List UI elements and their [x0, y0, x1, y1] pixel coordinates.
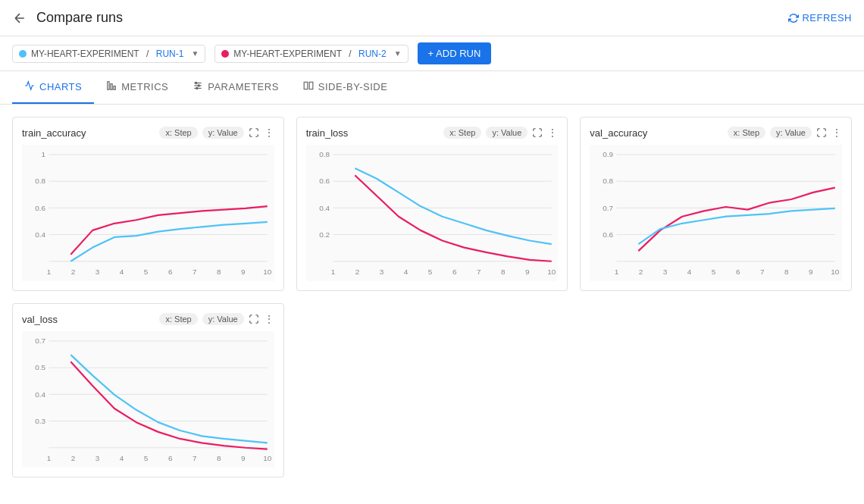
- chart-svg-train_accuracy: 1 0.8 0.6 0.4 12345678910: [22, 145, 274, 281]
- svg-text:0.8: 0.8: [319, 150, 330, 158]
- fullscreen-button-val_loss[interactable]: [249, 314, 259, 324]
- svg-text:6: 6: [452, 268, 457, 277]
- svg-point-6: [196, 82, 197, 83]
- chart-controls-val_loss: x: Step y: Value ⋮: [159, 313, 274, 325]
- svg-text:4: 4: [687, 268, 692, 277]
- run1-name: RUN-1: [156, 49, 184, 59]
- svg-text:1: 1: [615, 268, 619, 277]
- chart-header-val_loss: val_loss x: Step y: Value ⋮: [22, 313, 274, 325]
- chart-controls-val_accuracy: x: Step y: Value ⋮: [728, 127, 842, 139]
- run1-separator: /: [144, 49, 152, 59]
- svg-text:0.6: 0.6: [603, 230, 614, 239]
- svg-rect-0: [108, 82, 109, 90]
- svg-text:2: 2: [71, 268, 76, 277]
- metrics-tab-icon: [106, 80, 117, 93]
- run1-dropdown-arrow: ▼: [191, 49, 199, 58]
- refresh-label: REFRESH: [802, 12, 852, 23]
- svg-text:8: 8: [501, 268, 506, 277]
- chart-header-val_accuracy: val_accuracy x: Step y: Value ⋮: [590, 127, 842, 139]
- chart-card-train_accuracy: train_accuracy x: Step y: Value ⋮: [12, 117, 284, 291]
- tab-charts[interactable]: CHARTS: [12, 71, 94, 104]
- svg-text:6: 6: [168, 455, 173, 463]
- svg-text:0.4: 0.4: [35, 390, 45, 399]
- svg-text:7: 7: [193, 455, 197, 463]
- svg-text:5: 5: [712, 268, 716, 277]
- svg-text:7: 7: [760, 268, 765, 277]
- run-selectors: MY-HEART-EXPERIMENT / RUN-1 ▼ MY-HEART-E…: [0, 36, 864, 71]
- y-axis-chip-val_loss: y: Value: [202, 313, 244, 325]
- more-menu-button-val_loss[interactable]: ⋮: [264, 313, 274, 325]
- header-left: Compare runs: [12, 10, 123, 26]
- svg-rect-10: [309, 82, 313, 89]
- svg-text:3: 3: [379, 268, 383, 277]
- tab-parameters[interactable]: PARAMETERS: [180, 71, 291, 104]
- svg-text:10: 10: [263, 455, 272, 463]
- svg-rect-1: [111, 84, 112, 90]
- svg-text:0.7: 0.7: [603, 204, 614, 212]
- svg-text:6: 6: [168, 268, 173, 277]
- chart-controls-train_loss: x: Step y: Value ⋮: [443, 127, 558, 139]
- chart-title-train_accuracy: train_accuracy: [22, 127, 86, 139]
- svg-text:0.4: 0.4: [35, 230, 45, 239]
- svg-rect-2: [114, 86, 115, 90]
- refresh-icon: [788, 13, 799, 23]
- run2-separator: /: [346, 49, 354, 59]
- run2-selector[interactable]: MY-HEART-EXPERIMENT / RUN-2 ▼: [214, 45, 408, 63]
- back-button[interactable]: [12, 11, 27, 26]
- chart-area-val_accuracy: 0.9 0.8 0.7 0.6 12345678910: [590, 145, 842, 281]
- tab-side-by-side[interactable]: SIDE-BY-SIDE: [291, 71, 400, 104]
- parameters-tab-icon: [193, 80, 203, 93]
- svg-text:3: 3: [663, 268, 668, 277]
- refresh-button[interactable]: REFRESH: [788, 12, 852, 23]
- fullscreen-button-train_accuracy[interactable]: [249, 127, 259, 138]
- chart-title-val_loss: val_loss: [22, 314, 58, 325]
- svg-point-7: [198, 85, 199, 86]
- run2-name: RUN-2: [358, 49, 387, 59]
- fullscreen-button-train_loss[interactable]: [532, 127, 543, 138]
- tab-side-by-side-label: SIDE-BY-SIDE: [318, 81, 388, 92]
- chart-card-val_accuracy: val_accuracy x: Step y: Value ⋮: [580, 117, 852, 291]
- chart-svg-train_loss: 0.8 0.6 0.4 0.2 12345678910: [306, 145, 559, 281]
- chart-header-train_loss: train_loss x: Step y: Value ⋮: [306, 127, 559, 139]
- svg-text:7: 7: [477, 268, 481, 277]
- charts-tab-icon: [24, 80, 35, 93]
- tab-charts-label: CHARTS: [39, 81, 82, 92]
- chart-area-train_accuracy: 1 0.8 0.6 0.4 12345678910: [22, 145, 274, 281]
- y-axis-chip-train_loss: y: Value: [486, 127, 527, 139]
- side-by-side-tab-icon: [303, 80, 314, 93]
- add-run-button[interactable]: + ADD RUN: [418, 42, 492, 64]
- chart-svg-val_loss: 0.7 0.5 0.4 0.3 12345678910: [22, 331, 274, 468]
- tabs-bar: CHARTS METRICS PARAMETERS SIDE-BY-SIDE: [0, 71, 864, 105]
- page-title: Compare runs: [36, 10, 123, 26]
- tab-metrics[interactable]: METRICS: [94, 71, 180, 104]
- svg-text:5: 5: [144, 455, 149, 463]
- y-axis-chip-train_accuracy: y: Value: [202, 127, 244, 139]
- svg-text:0.8: 0.8: [35, 177, 45, 185]
- svg-rect-9: [304, 82, 308, 89]
- run1-experiment: MY-HEART-EXPERIMENT: [31, 49, 139, 59]
- svg-text:8: 8: [217, 268, 221, 277]
- svg-text:4: 4: [120, 455, 124, 463]
- run1-selector[interactable]: MY-HEART-EXPERIMENT / RUN-1 ▼: [12, 45, 205, 63]
- more-menu-button-train_loss[interactable]: ⋮: [547, 127, 558, 139]
- more-menu-button-val_accuracy[interactable]: ⋮: [831, 127, 842, 139]
- chart-svg-val_accuracy: 0.9 0.8 0.7 0.6 12345678910: [590, 145, 842, 281]
- svg-text:10: 10: [831, 268, 841, 277]
- svg-text:2: 2: [639, 268, 643, 277]
- chart-header-train_accuracy: train_accuracy x: Step y: Value ⋮: [22, 127, 274, 139]
- x-axis-chip-val_accuracy: x: Step: [728, 127, 765, 139]
- svg-text:0.5: 0.5: [35, 363, 45, 371]
- svg-text:1: 1: [42, 150, 46, 158]
- svg-text:0.7: 0.7: [35, 337, 45, 345]
- charts-grid: train_accuracy x: Step y: Value ⋮: [0, 105, 864, 490]
- svg-text:0.2: 0.2: [319, 230, 330, 239]
- svg-text:0.9: 0.9: [603, 150, 614, 158]
- svg-text:9: 9: [241, 268, 246, 277]
- header: Compare runs REFRESH: [0, 0, 864, 36]
- fullscreen-button-val_accuracy[interactable]: [816, 127, 827, 138]
- chart-card-val_loss: val_loss x: Step y: Value ⋮: [12, 303, 284, 477]
- svg-text:0.6: 0.6: [35, 204, 45, 212]
- svg-text:5: 5: [428, 268, 433, 277]
- more-menu-button-train_accuracy[interactable]: ⋮: [264, 127, 274, 139]
- svg-text:3: 3: [95, 268, 100, 277]
